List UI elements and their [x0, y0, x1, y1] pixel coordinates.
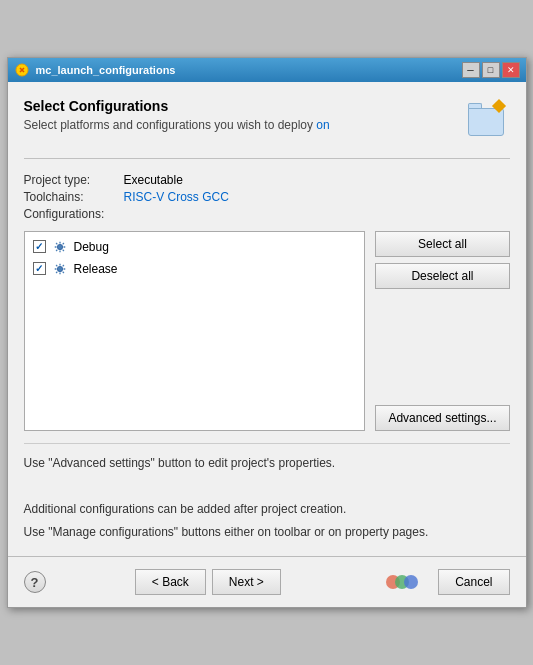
- next-button[interactable]: Next >: [212, 569, 281, 595]
- dialog-content: Select Configurations Select platforms a…: [8, 82, 526, 557]
- release-checkbox[interactable]: [33, 262, 46, 275]
- svg-point-5: [404, 575, 418, 589]
- header-icon: [462, 98, 510, 146]
- info-line-3: Additional configurations can be added a…: [24, 500, 510, 519]
- subtitle-text: Select platforms and configurations you …: [24, 118, 317, 132]
- release-gear-icon: [52, 261, 68, 277]
- footer: ? < Back Next > Cancel: [8, 556, 526, 607]
- svg-point-1: [57, 244, 62, 249]
- back-button[interactable]: < Back: [135, 569, 206, 595]
- configurations-label: Configurations:: [24, 207, 510, 221]
- header-subtitle: Select platforms and configurations you …: [24, 118, 450, 132]
- configurations-list: Debug Release: [24, 231, 366, 431]
- info-line-4: Use "Manage configurations" buttons eith…: [24, 523, 510, 542]
- toolchains-value: RISC-V Cross GCC: [124, 190, 229, 204]
- title-bar: mc_launch_configurations ─ □ ✕: [8, 58, 526, 82]
- deselect-all-button[interactable]: Deselect all: [375, 263, 509, 289]
- close-button[interactable]: ✕: [502, 62, 520, 78]
- advanced-settings-button[interactable]: Advanced settings...: [375, 405, 509, 431]
- footer-center: < Back Next >: [135, 569, 281, 595]
- watermark-icon: [370, 567, 434, 597]
- toolchains-row: Toolchains: RISC-V Cross GCC: [24, 190, 510, 204]
- list-item[interactable]: Release: [29, 258, 361, 280]
- title-bar-controls: ─ □ ✕: [462, 62, 520, 78]
- select-all-button[interactable]: Select all: [375, 231, 509, 257]
- minimize-button[interactable]: ─: [462, 62, 480, 78]
- header-area: Select Configurations Select platforms a…: [24, 98, 510, 159]
- cancel-button[interactable]: Cancel: [438, 569, 509, 595]
- header-text-block: Select Configurations Select platforms a…: [24, 98, 450, 132]
- svg-point-2: [57, 266, 62, 271]
- window-title: mc_launch_configurations: [36, 64, 176, 76]
- title-bar-left: mc_launch_configurations: [14, 62, 176, 78]
- toolchains-label: Toolchains:: [24, 190, 124, 204]
- list-section: Debug Release: [24, 231, 366, 431]
- main-window: mc_launch_configurations ─ □ ✕ Select Co…: [7, 57, 527, 609]
- help-button[interactable]: ?: [24, 571, 46, 593]
- maximize-button[interactable]: □: [482, 62, 500, 78]
- window-icon: [14, 62, 30, 78]
- main-area: Debug Release: [24, 231, 510, 431]
- subtitle-link[interactable]: on: [316, 118, 329, 132]
- footer-left: ?: [24, 571, 46, 593]
- project-type-value: Executable: [124, 173, 183, 187]
- side-section: Select all Deselect all Advanced setting…: [375, 231, 509, 431]
- dialog-title: Select Configurations: [24, 98, 450, 114]
- project-type-row: Project type: Executable: [24, 173, 510, 187]
- info-line-2: [24, 477, 510, 496]
- info-text-area: Use "Advanced settings" button to edit p…: [24, 443, 510, 557]
- project-type-label: Project type:: [24, 173, 124, 187]
- footer-right: Cancel: [370, 567, 509, 597]
- debug-gear-icon: [52, 239, 68, 255]
- debug-checkbox[interactable]: [33, 240, 46, 253]
- debug-label: Debug: [74, 240, 109, 254]
- release-label: Release: [74, 262, 118, 276]
- project-info: Project type: Executable Toolchains: RIS…: [24, 173, 510, 221]
- info-line-1: Use "Advanced settings" button to edit p…: [24, 454, 510, 473]
- list-item[interactable]: Debug: [29, 236, 361, 258]
- side-top-buttons: Select all Deselect all: [375, 231, 509, 289]
